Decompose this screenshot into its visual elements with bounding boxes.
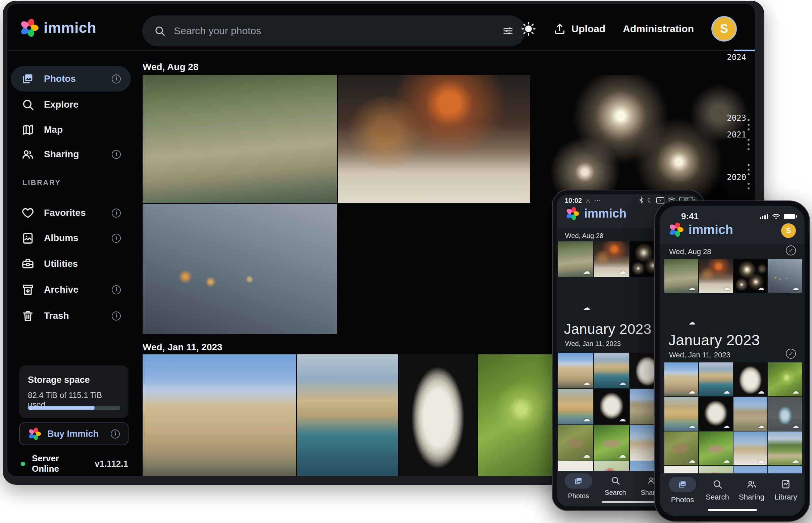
photo-thumbnail-marble-bust[interactable] — [733, 362, 767, 396]
date-group-header: Wed, Aug 28 — [143, 62, 198, 72]
sidebar-item-map[interactable]: Map — [11, 117, 131, 143]
nav-item-photos[interactable]: Photos — [563, 473, 593, 500]
info-icon[interactable] — [111, 430, 120, 438]
info-icon[interactable] — [112, 311, 121, 321]
search-input[interactable] — [174, 25, 494, 37]
nav-item-photos[interactable]: Photos — [667, 477, 698, 504]
administration-link[interactable]: Administration — [623, 23, 694, 35]
timeline-year-2021[interactable]: 2021 — [722, 130, 746, 140]
sidebar-item-explore[interactable]: Explore — [11, 92, 131, 118]
cloud-backup-icon — [689, 388, 695, 395]
photo-thumbnail-beach-cliff[interactable] — [664, 397, 698, 431]
sidebar-label: Photos — [44, 73, 102, 84]
photo-thumbnail-beach-cliff[interactable] — [558, 389, 593, 425]
nav-item-sharing[interactable]: Sharing — [736, 479, 767, 502]
photo-thumbnail-dinner-table[interactable] — [594, 241, 629, 277]
user-avatar[interactable]: S — [781, 223, 796, 238]
date-group-header: Wed, Jan 11, 2023 — [143, 342, 223, 353]
nav-item-search[interactable]: Search — [600, 475, 630, 497]
photo-thumbnail-zoo-monkeys[interactable] — [143, 75, 337, 203]
photo-thumbnail-autumn-path[interactable] — [338, 204, 530, 334]
photo-thumbnail-fireworks[interactable] — [733, 259, 767, 293]
photo-thumbnail-fireworks[interactable] — [531, 75, 755, 203]
user-avatar[interactable]: S — [711, 16, 737, 41]
timeline-dot — [747, 183, 749, 185]
filter-icon[interactable] — [502, 25, 514, 37]
phone1-app-title: immich — [584, 206, 626, 221]
photo-thumbnail-fortress-walls[interactable] — [558, 353, 593, 388]
info-icon[interactable] — [112, 234, 121, 243]
info-icon[interactable] — [112, 209, 121, 218]
photo-thumbnail-green-berries[interactable] — [478, 354, 557, 476]
photo-thumbnail-dinner-table[interactable] — [699, 259, 733, 293]
nav-item-search[interactable]: Search — [702, 479, 733, 502]
select-all-check-icon[interactable] — [786, 246, 796, 255]
photo-thumbnail-zoo-monkeys[interactable] — [558, 241, 593, 277]
timeline-position-marker[interactable] — [734, 50, 755, 51]
photos-icon — [669, 477, 696, 492]
upload-button[interactable]: Upload — [553, 22, 606, 35]
nav-item-library[interactable]: Library — [771, 479, 801, 502]
photo-thumbnail-autumn-path[interactable] — [664, 293, 698, 327]
timeline-year-2024[interactable]: 2024 — [722, 53, 746, 62]
photo-thumbnail-marble-sculpture[interactable] — [594, 389, 629, 425]
photo-thumbnail-lizard[interactable] — [664, 431, 698, 465]
photo-thumbnail-lizard[interactable] — [558, 425, 593, 461]
immich-flower-icon — [668, 222, 684, 237]
trash-icon — [21, 309, 35, 323]
photo-thumbnail-winter-church[interactable] — [733, 431, 767, 465]
photos-icon — [21, 72, 35, 86]
photo-thumbnail-marble-sculpture[interactable] — [699, 397, 733, 431]
battery-icon — [784, 214, 795, 219]
search-icon — [610, 475, 620, 485]
photo-thumbnail-alpine-village[interactable] — [768, 431, 802, 465]
storage-title: Storage space — [28, 375, 120, 385]
search-bar[interactable] — [142, 15, 525, 46]
photo-thumbnail-holding-hands[interactable] — [143, 204, 337, 334]
home-indicator[interactable] — [708, 509, 757, 511]
select-all-check-icon[interactable] — [786, 349, 796, 359]
wifi-icon — [772, 213, 780, 220]
buy-immich-button[interactable]: Buy Immich — [19, 422, 128, 445]
photo-thumbnail-autumn-path[interactable] — [558, 277, 593, 313]
photo-thumbnail-fortress-walls[interactable] — [664, 362, 698, 396]
sidebar-item-utilities[interactable]: Utilities — [11, 251, 131, 276]
photo-thumbnail-holding-hands[interactable] — [768, 259, 802, 293]
cloud-backup-icon — [758, 284, 764, 291]
photo-thumbnail-fortress-walls[interactable] — [143, 354, 296, 476]
cloud-backup-icon — [583, 415, 590, 423]
info-icon[interactable] — [112, 285, 121, 294]
cellular-signal-icon — [760, 214, 768, 220]
photo-thumbnail-zoo-monkeys[interactable] — [664, 259, 698, 293]
nav-label: Photos — [671, 495, 694, 504]
info-icon[interactable] — [112, 74, 121, 84]
bluetooth-icon — [639, 196, 644, 204]
sidebar-item-albums[interactable]: Albums — [11, 225, 131, 251]
photo-thumbnail-coastal-town[interactable] — [297, 354, 398, 476]
server-online-dot — [21, 462, 25, 466]
sidebar-item-favorites[interactable]: Favorites — [11, 200, 131, 226]
photo-thumbnail-coastal-town[interactable] — [699, 362, 733, 396]
photo-thumbnail-stone-ruins[interactable] — [733, 397, 767, 431]
timeline-year-2020[interactable]: 2020 — [722, 173, 746, 182]
photo-thumbnail-green-berries[interactable] — [768, 362, 802, 396]
cloud-backup-icon — [723, 457, 730, 464]
timeline-year-2023[interactable]: 2023 — [722, 113, 746, 123]
album-icon — [21, 231, 35, 245]
photo-thumbnail-tiered-ornament[interactable] — [768, 397, 802, 431]
timeline-dot — [747, 139, 749, 141]
photo-thumbnail-lizard[interactable] — [699, 431, 733, 465]
home-indicator[interactable] — [602, 501, 655, 503]
theme-toggle-sun-icon[interactable] — [521, 21, 536, 36]
sidebar-item-archive[interactable]: Archive — [11, 277, 131, 302]
photo-thumbnail-lizard[interactable] — [594, 425, 629, 461]
info-icon[interactable] — [112, 150, 121, 159]
photo-thumbnail-marble-bust[interactable] — [399, 354, 477, 476]
sidebar-item-sharing[interactable]: Sharing — [11, 142, 131, 167]
sidebar-item-photos[interactable]: Photos — [11, 66, 131, 92]
photo-thumbnail-dinner-table[interactable] — [338, 75, 530, 203]
cloud-backup-icon — [689, 422, 695, 429]
sidebar-item-trash[interactable]: Trash — [11, 303, 131, 328]
photo-thumbnail-coastal-town[interactable] — [594, 353, 629, 388]
app-logo[interactable]: immich — [19, 18, 96, 37]
